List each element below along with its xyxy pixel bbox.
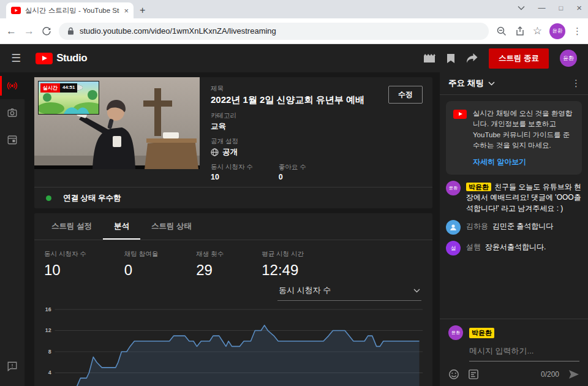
tab-title: 실시간 스트리밍 - YouTube Stud — [25, 6, 119, 15]
left-sidebar — [0, 72, 24, 386]
browser-tabstrip: 실시간 스트리밍 - YouTube Stud × + — □ × — [0, 0, 588, 18]
live-badge: 실시간 — [40, 83, 60, 93]
chat-input[interactable]: 메시지 입력하기... — [469, 346, 579, 361]
likes-label: 좋아요 수 — [279, 163, 306, 172]
chat-input-area: 윤환 박윤환 메시지 입력하기... 0/200 — [440, 319, 588, 386]
back-button[interactable]: ← — [6, 25, 17, 37]
chat-message: 설 설햄장윤서출석합니다. — [446, 241, 582, 255]
address-bar[interactable]: studio.youtube.com/video/1wmXnLKxnZA/liv… — [59, 23, 489, 40]
camera-icon — [7, 107, 18, 118]
menu-icon[interactable]: ☰ — [11, 51, 21, 65]
sidebar-item-livestream[interactable] — [0, 72, 24, 99]
stat-chat-rate: 채팅 참여율 0 — [124, 250, 158, 279]
chat-header-title: 주요 채팅 — [448, 78, 484, 89]
avatar[interactable]: 설 — [446, 241, 461, 255]
youtube-logo-icon — [36, 53, 53, 64]
close-window-button[interactable]: × — [576, 2, 582, 13]
browser-tab[interactable]: 실시간 스트리밍 - YouTube Stud × — [6, 2, 134, 18]
end-stream-button[interactable]: 스트림 종료 — [489, 48, 549, 69]
browser-profile-avatar[interactable]: 윤환 — [549, 23, 565, 39]
avatar: 윤환 — [448, 325, 463, 340]
chat-author[interactable]: 김하용 — [466, 222, 488, 230]
likes-value: 0 — [279, 173, 306, 181]
videos-icon[interactable] — [423, 53, 435, 63]
studio-avatar[interactable]: 윤환 — [560, 50, 577, 67]
chevron-down-icon — [413, 289, 420, 293]
category-label: 카테고리 — [211, 112, 423, 120]
visibility-label: 공개 설정 — [211, 137, 423, 146]
broadcast-icon — [6, 80, 18, 92]
video-category: 교육 — [211, 121, 423, 132]
sidebar-item-feedback[interactable] — [0, 353, 24, 380]
svg-text:8: 8 — [48, 349, 51, 355]
stream-preview[interactable]: 실시간 44:51 — [34, 77, 200, 169]
maximize-button[interactable]: □ — [559, 4, 564, 12]
share-arrow-icon[interactable] — [466, 53, 478, 63]
emoji-icon[interactable] — [448, 369, 459, 380]
studio-header: ☰ Studio 스트림 종료 윤환 — [0, 44, 588, 72]
metric-dropdown-value: 동시 시청자 수 — [279, 285, 331, 296]
bookmark-icon[interactable] — [447, 53, 455, 64]
analytics-tabs: 스트림 설정 분석 스트림 상태 — [34, 213, 432, 240]
chat-author[interactable]: 설햄 — [466, 243, 481, 251]
sidebar-item-camera[interactable] — [0, 99, 24, 126]
zoom-icon[interactable] — [496, 26, 507, 37]
poll-icon[interactable] — [469, 369, 478, 379]
concurrent-viewers-chart: 048121611:30 AM11:35 AM11:40 AM11:45 AM1… — [38, 303, 428, 386]
browser-window: 실시간 스트리밍 - YouTube Stud × + — □ × ← → st… — [0, 0, 588, 386]
tab-stream-settings[interactable]: 스트림 설정 — [40, 213, 103, 240]
avatar[interactable] — [446, 220, 461, 235]
svg-text:12: 12 — [45, 327, 51, 333]
stat-avg-watch-time: 평균 시청 시간 12:49 — [262, 250, 304, 279]
calendar-icon — [7, 134, 18, 145]
char-counter: 0/200 — [541, 370, 559, 379]
timecode-badge: 44:51 — [60, 83, 77, 93]
edit-button[interactable]: 수정 — [388, 86, 423, 104]
tab-stream-health[interactable]: 스트림 상태 — [140, 213, 203, 240]
metric-dropdown[interactable]: 동시 시청자 수 — [277, 282, 421, 301]
sidebar-item-schedule[interactable] — [0, 126, 24, 153]
globe-icon — [211, 148, 219, 156]
stats-row: 동시 시청자 수 10 채팅 참여율 0 재생 횟수 29 평균 시청 시간 1… — [34, 240, 432, 280]
browser-menu-icon[interactable]: ⋮ — [573, 26, 582, 37]
stat-concurrent-viewers: 동시 시청자 수 10 — [44, 250, 86, 279]
picture-in-picture: 실시간 44:51 — [38, 81, 99, 115]
chat-menu-icon[interactable]: ⋮ — [571, 78, 581, 89]
connection-status: 연결 상태 우수함 — [34, 187, 432, 208]
owner-badge[interactable]: 박윤환 — [466, 183, 491, 191]
tab-search-chevron-icon[interactable] — [518, 6, 525, 10]
chat-messages: 윤환 박윤환친구들 오늘도 유튜브와 현장에서 예배드려요! 댓글에 'OOO출… — [440, 178, 588, 262]
analytics-card: 스트림 설정 분석 스트림 상태 동시 시청자 수 10 채팅 참여율 0 재생… — [34, 213, 432, 386]
visibility-value: 공개 — [222, 147, 238, 157]
feedback-icon — [7, 361, 18, 372]
svg-text:4: 4 — [48, 369, 51, 376]
minimize-button[interactable]: — — [538, 4, 546, 12]
avatar[interactable]: 윤환 — [446, 181, 461, 195]
connection-status-text: 연결 상태 우수함 — [63, 193, 121, 203]
learn-more-link[interactable]: 자세히 알아보기 — [473, 157, 575, 167]
send-icon[interactable] — [568, 369, 579, 379]
studio-logo[interactable]: Studio — [36, 52, 87, 64]
default-user-icon — [449, 223, 458, 232]
chat-panel: 주요 채팅 ⋮ 실시간 채팅에 오신 것을 환영합니다. 개인정보를 보호하고 … — [440, 72, 588, 386]
stat-playbacks: 재생 횟수 29 — [196, 250, 224, 279]
chat-welcome-card: 실시간 채팅에 오신 것을 환영합니다. 개인정보를 보호하고 YouTube … — [446, 101, 582, 175]
tab-close-icon[interactable]: × — [124, 7, 129, 15]
chat-message: 윤환 박윤환친구들 오늘도 유튜브와 현장에서 예배드려요! 댓글에 'OOO출… — [446, 181, 582, 214]
chat-header-chevron-icon[interactable] — [488, 81, 495, 86]
viewers-label: 동시 시청자 수 — [211, 163, 253, 172]
lock-icon — [67, 27, 74, 35]
tab-analytics[interactable]: 분석 — [103, 213, 140, 240]
youtube-icon — [453, 110, 467, 119]
url-text: studio.youtube.com/video/1wmXnLKxnZA/liv… — [80, 26, 276, 36]
reload-icon[interactable] — [42, 26, 51, 36]
forward-button[interactable]: → — [24, 25, 34, 37]
owner-badge: 박윤환 — [469, 328, 494, 338]
youtube-favicon — [11, 7, 21, 14]
share-icon[interactable] — [514, 26, 526, 37]
bookmark-star-icon[interactable]: ☆ — [533, 25, 542, 37]
svg-text:16: 16 — [45, 306, 51, 312]
status-dot — [46, 195, 51, 201]
brand-name: Studio — [56, 52, 87, 64]
new-tab-button[interactable]: + — [140, 5, 145, 16]
